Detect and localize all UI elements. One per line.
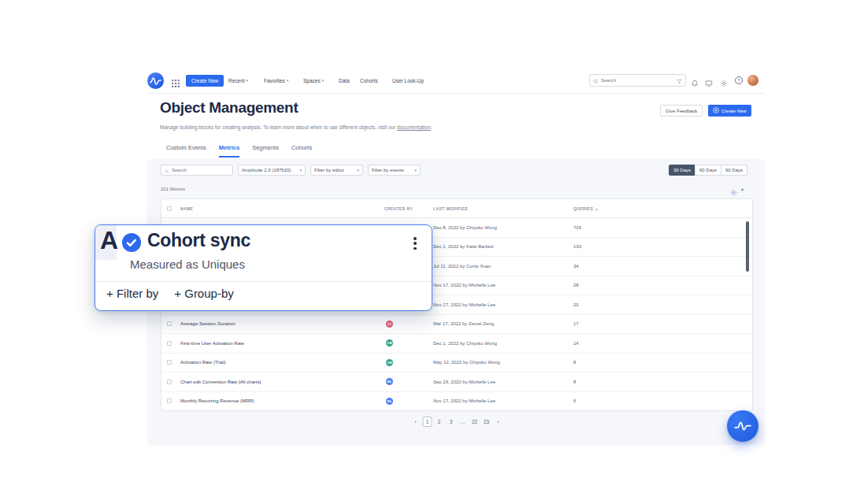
prev-page-icon[interactable]: ‹ [411,417,421,427]
table-row[interactable]: Monthly Recurring Revenue (MRR) ML Nov 1… [161,392,752,412]
queries-count: 8 [567,380,752,384]
next-page-icon[interactable]: › [494,417,503,427]
creator-avatar: ML [386,378,393,385]
table-scrollbar[interactable] [746,221,749,272]
nav-item-data[interactable]: Data [339,78,350,83]
last-modified: Dec 1, 2022 by Chiyoko Wong [429,341,567,346]
table-row[interactable]: Chart edit Conversion Rate [All charts] … [161,372,752,392]
nav-item-spaces[interactable]: Spaces▾ [303,78,324,83]
metrics-search[interactable] [161,165,233,176]
magnifier-popover: A Cohort sync Measured as Uniques + Filt… [95,224,432,311]
tab-cohorts[interactable]: Cohorts [291,144,312,158]
creator-avatar: ML [386,398,393,405]
pagination: ‹ 1 2 3 … 22 23 › [411,417,503,427]
row-checkbox[interactable] [167,380,172,384]
last-modified: Jul 11, 2022 by Curtis Xuan [429,264,567,269]
tab-segments[interactable]: Segments [252,144,279,158]
nav-item-favorites[interactable]: Favorites▾ [264,78,288,83]
project-selector-dropdown[interactable]: Amplitude 2.0 (187520)▾ [238,165,306,176]
table-header-row: NAME CREATED BY LAST MODIFIED QUERIES▴ [161,199,752,218]
settings-gear-icon[interactable] [720,76,728,91]
queries-count: 130 [567,244,752,249]
metric-name[interactable]: Average Session Duration [177,321,366,326]
column-header-queries[interactable]: QUERIES▴ [567,206,752,211]
kebab-menu-icon[interactable] [412,235,418,251]
display-monitor-icon[interactable] [705,76,713,91]
queries-count: 6 [567,398,752,403]
apps-grid-icon[interactable] [172,76,180,91]
last-modified: Dec 8, 2022 by Chiyoko Wong [429,225,567,230]
documentation-link[interactable]: documentation [397,124,431,130]
page-ellipsis: … [458,417,468,427]
column-header-created-by[interactable]: CREATED BY [366,206,429,211]
divider [95,281,432,282]
table-row[interactable]: First-time User Activation Rate CW Dec 1… [161,334,752,354]
creator-avatar: CW [386,359,393,366]
queries-count: 34 [567,264,752,269]
range-60-days[interactable]: 60 Days [695,165,721,176]
object-tabs: Custom Events Metrics Segments Cohorts [166,144,312,158]
creator-avatar: ZZ [386,321,393,328]
last-modified: Mar 17, 2022 by Zemei Zeng [429,321,567,326]
collapse-chevron-icon[interactable]: ▾ [741,187,744,192]
metric-name[interactable]: Chart edit Conversion Rate [All charts] [177,380,366,384]
queries-count: 726 [567,225,752,230]
queries-count: 14 [567,341,752,346]
filter-funnel-icon[interactable] [677,73,682,87]
tab-metrics[interactable]: Metrics [219,144,239,158]
give-feedback-button[interactable]: Give Feedback [660,105,703,117]
row-checkbox[interactable] [167,341,172,346]
search-icon [165,163,169,177]
column-header-last-modified[interactable]: LAST MODIFIED [429,206,567,211]
nav-item-user-look-up[interactable]: User Look-Up [392,78,424,83]
page-22[interactable]: 22 [470,417,480,427]
queries-count: 28 [567,283,752,287]
user-avatar[interactable] [747,75,758,86]
search-icon [593,73,599,87]
last-modified: Nov 17, 2022 by Michelle Lee [429,302,567,307]
nav-divider [147,93,765,94]
table-row[interactable]: Activation Rate (Trial) CW May 12, 2022 … [161,354,752,373]
tab-custom-events[interactable]: Custom Events [166,144,206,158]
customize-columns-gear-icon[interactable] [730,185,737,199]
page-2[interactable]: 2 [435,417,444,427]
nav-item-cohorts[interactable]: Cohorts [360,78,378,83]
filter-by-editor-dropdown[interactable]: Filter by editor▾ [310,165,363,176]
nav-create-new-button[interactable]: Create New [186,75,224,87]
metric-name[interactable]: First-time User Activation Rate [177,341,366,346]
date-range-toggle: 30 Days 60 Days 90 Days [669,165,747,176]
add-group-by-button[interactable]: + Group-by [174,287,233,300]
row-checkbox[interactable] [167,321,172,326]
global-search[interactable] [589,74,686,87]
row-checkbox[interactable] [167,398,172,403]
metrics-search-input[interactable] [172,168,229,172]
range-90-days[interactable]: 90 Days [721,165,747,176]
amplitude-logo-icon[interactable] [147,72,164,89]
filter-by-events-dropdown[interactable]: Filter by events▾ [368,165,421,176]
help-icon[interactable]: ? [735,76,743,84]
last-modified: May 12, 2022 by Chiyoko Wong [429,360,567,365]
metric-name[interactable]: Activation Rate (Trial) [177,360,366,365]
table-row[interactable]: Average Session Duration ZZ Mar 17, 2022… [161,315,752,335]
range-30-days[interactable]: 30 Days [669,165,695,176]
chevron-down-icon: ▾ [247,79,249,83]
metric-name[interactable]: Monthly Recurring Revenue (MRR) [177,398,366,403]
page-1[interactable]: 1 [423,417,432,427]
chevron-down-icon: ▾ [287,79,289,83]
column-header-name[interactable]: NAME [177,206,366,211]
create-new-button[interactable]: Create New [708,105,751,117]
select-all-checkbox[interactable] [167,206,172,211]
row-checkbox[interactable] [167,360,172,365]
plus-circle-icon [713,107,719,114]
assistant-fab-button[interactable] [727,410,758,442]
queries-count: 20 [567,302,752,307]
queries-count: 17 [567,321,752,326]
page-23[interactable]: 23 [482,417,491,427]
last-modified: Dec 1, 2022 by Katie Bartlett [429,244,567,249]
nav-item-recent[interactable]: Recent▾ [228,78,248,83]
notifications-bell-icon[interactable] [691,76,699,91]
page-3[interactable]: 3 [447,417,456,427]
global-search-input[interactable] [601,78,674,83]
chevron-down-icon: ▾ [322,79,325,83]
add-filter-button[interactable]: + Filter by [106,287,158,300]
